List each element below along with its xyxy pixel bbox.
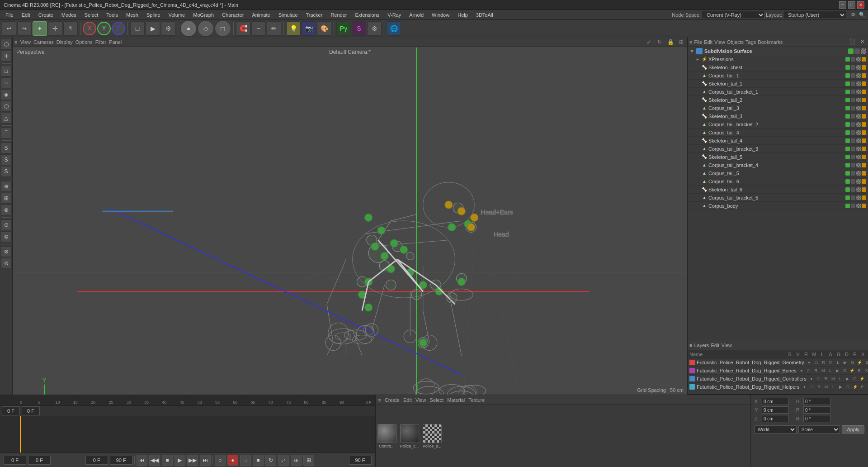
vp-icon-sync[interactable]: ↻ (656, 38, 664, 46)
om-row-skeleton-tail-3[interactable]: 🦴 Skeleton_tail_3 (688, 112, 868, 120)
vp-menu-view[interactable]: View (20, 39, 31, 45)
menu-animate[interactable]: Animate (248, 11, 274, 19)
box-tool[interactable]: □ (1, 66, 12, 76)
layout-dropdown[interactable]: Startup (User) (783, 11, 846, 19)
misc2-tool[interactable]: ⊜ (1, 258, 12, 269)
viewport[interactable]: Head+Ears Head (13, 47, 687, 395)
om-expand-icon[interactable]: ▼ (689, 48, 694, 54)
pb-preview-end[interactable] (110, 456, 132, 465)
menu-modes[interactable]: Modes (58, 11, 80, 19)
maximize-button[interactable]: □ (848, 1, 855, 9)
pb-mode-pingpong[interactable]: ⇌ (278, 455, 289, 466)
scale-btn[interactable]: ⇱ (63, 21, 78, 36)
om-row-skeleton-chest[interactable]: 🦴 Skeleton_chest (688, 63, 868, 71)
lm-icon-v[interactable]: □ (813, 359, 820, 366)
mat-menu-create[interactable]: Create (385, 397, 400, 403)
lm-icon-l[interactable]: L (837, 376, 844, 382)
pb-preview-start[interactable] (85, 456, 108, 465)
mat-menu-icon[interactable]: ≡ (378, 397, 381, 403)
menu-arnold[interactable]: Arnold (406, 11, 427, 19)
lm-icon-r[interactable]: R (813, 367, 819, 374)
lm-icon-a[interactable]: ▶ (837, 384, 844, 390)
close-button[interactable]: ✕ (857, 1, 864, 9)
lm-row-bones[interactable]: Futuristic_Police_Robot_Dog_Rigged_Bones… (688, 367, 868, 375)
menu-file[interactable]: File (2, 11, 17, 19)
effector1-tool[interactable]: ⊕ (1, 181, 12, 192)
deform3-tool[interactable]: S (1, 166, 12, 177)
lm-icon-d[interactable]: ⚡ (849, 367, 855, 374)
layout-search-btn[interactable]: 🔍 (858, 11, 866, 19)
lm-icon-m[interactable]: M (828, 359, 834, 366)
layout-options-btn[interactable]: ⚙ (849, 11, 857, 19)
lm-row-controllers[interactable]: Futuristic_Police_Robot_Dog_Rigged_Contr… (688, 375, 868, 383)
move-tool[interactable]: ✛ (1, 51, 12, 62)
x-axis-btn[interactable]: X (83, 22, 96, 35)
menu-mesh[interactable]: Mesh (123, 11, 142, 19)
pb-stop[interactable]: ■ (162, 455, 173, 466)
lm-icon-e[interactable]: E (866, 376, 868, 382)
lm-menu-layers[interactable]: Layers (694, 343, 709, 348)
poly-mode-btn[interactable]: ◻ (215, 20, 231, 37)
om-row-corpus-tail-3[interactable]: ▲ Corpus_tail_3 (688, 104, 868, 112)
om-row-skeleton-tail-6[interactable]: 🦴 Skeleton_tail_6 (688, 186, 868, 194)
lm-icon-r[interactable]: R (816, 384, 822, 390)
edge-mode-btn[interactable]: ◇ (198, 20, 214, 37)
lm-icon-a[interactable]: ▶ (844, 376, 851, 382)
deform-tool[interactable]: $ (1, 143, 12, 153)
pb-last-frame[interactable]: ⏭ (200, 455, 211, 466)
vp-menu-filter[interactable]: Filter (95, 39, 106, 45)
play-btn[interactable]: ▶ (146, 21, 160, 36)
pb-start-frame[interactable] (28, 456, 51, 465)
vp-icon-split[interactable]: ⊞ (677, 38, 685, 46)
om-menu-objects[interactable]: Objects (727, 39, 744, 45)
lm-icon-a[interactable]: ▶ (842, 359, 849, 366)
menu-simulate[interactable]: Simulate (275, 11, 302, 19)
geo2-tool[interactable]: ⬡ (1, 101, 12, 112)
om-row-xpressions[interactable]: ► ⚡ XPressions (688, 55, 868, 63)
coord-mode-dropdown[interactable]: Scale (798, 425, 840, 434)
coord-p-rot[interactable] (803, 406, 830, 414)
lm-icon-s[interactable]: ● (798, 367, 805, 374)
lm-icon-m[interactable]: M (823, 384, 829, 390)
tag2-tool[interactable]: ⊚ (1, 231, 12, 242)
lm-menu-icon[interactable]: ≡ (689, 343, 692, 348)
lm-icon-e[interactable]: E (856, 367, 863, 374)
lm-icon-e[interactable]: E (864, 359, 868, 366)
lm-icon-d[interactable]: ⚡ (857, 359, 863, 366)
om-row-skeleton-tail-4[interactable]: 🦴 Skeleton_tail_4 (688, 137, 868, 145)
lm-menu-edit[interactable]: Edit (711, 343, 719, 348)
om-menu-icon[interactable]: ≡ (689, 39, 692, 45)
mat-item-police-c[interactable]: Police_c... (400, 424, 419, 448)
om-row-corpus-body[interactable]: ▲ Corpus_body (688, 202, 868, 210)
spline-btn[interactable]: ~ (251, 21, 266, 36)
world-btn[interactable]: 🌐 (387, 21, 401, 36)
lm-row-geometry[interactable]: Futuristic_Police_Robot_Dog_Rigged_Geome… (688, 358, 868, 367)
lm-icon-g[interactable]: G (844, 384, 851, 390)
vp-menu-options[interactable]: Options (75, 39, 93, 45)
render-settings-btn[interactable]: ⚙ (161, 21, 175, 36)
menu-mograph[interactable]: MoGraph (189, 11, 217, 19)
menu-character[interactable]: Character (218, 11, 247, 19)
move-btn[interactable]: ✛ (48, 21, 62, 36)
menu-help[interactable]: Help (454, 11, 472, 19)
lm-icon-l[interactable]: L (827, 367, 834, 374)
mat-menu-edit[interactable]: Edit (403, 397, 412, 403)
menu-render[interactable]: Render (327, 11, 350, 19)
pb-mode-simple[interactable]: □ (240, 455, 251, 466)
effector3-tool[interactable]: ⊗ (1, 205, 12, 215)
misc1-tool[interactable]: ⊛ (1, 246, 12, 257)
vp-icon-expand[interactable]: ⤢ (645, 38, 653, 46)
spline-tool[interactable]: ⌒ (1, 128, 12, 138)
pb-mode-xpresso[interactable]: ⊞ (303, 455, 314, 466)
mat-item-police-s[interactable]: Police_s... (423, 424, 442, 448)
menu-3dtoall[interactable]: 3DToAll (472, 11, 497, 19)
lm-icon-s[interactable]: ● (801, 384, 807, 390)
python-btn[interactable]: Py (336, 21, 351, 36)
deform2-tool[interactable]: S (1, 154, 12, 165)
lm-icon-v[interactable]: □ (806, 367, 812, 374)
vp-menu-display[interactable]: Display (57, 39, 73, 45)
lm-row-helpers[interactable]: Futuristic_Police_Robot_Dog_Rigged_Helpe… (688, 383, 868, 391)
lm-icon-g[interactable]: G (852, 376, 858, 382)
lm-icon-v[interactable]: □ (816, 376, 822, 382)
lm-icon-x[interactable]: ✕ (863, 367, 868, 374)
